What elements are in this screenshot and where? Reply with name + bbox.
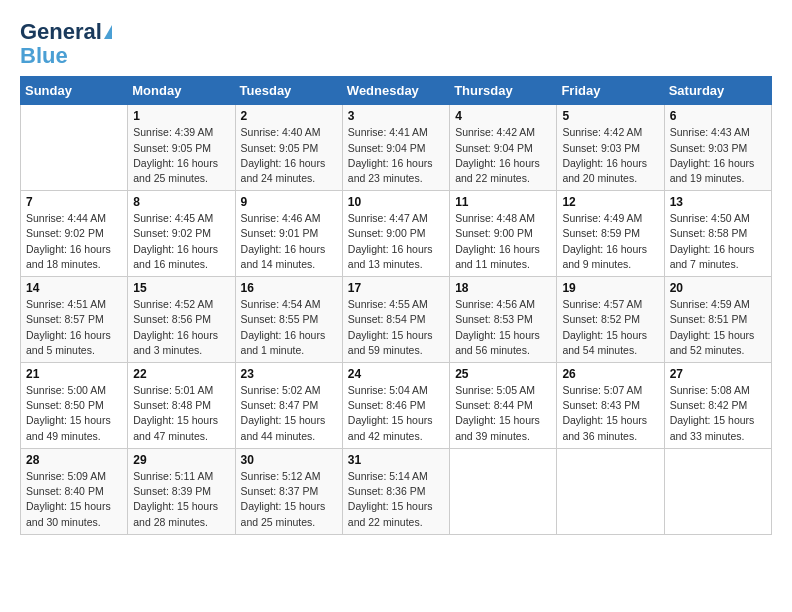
calendar-cell: 4Sunrise: 4:42 AM Sunset: 9:04 PM Daylig…: [450, 105, 557, 191]
calendar-cell: 9Sunrise: 4:46 AM Sunset: 9:01 PM Daylig…: [235, 191, 342, 277]
day-info: Sunrise: 5:05 AM Sunset: 8:44 PM Dayligh…: [455, 383, 551, 444]
calendar-cell: 8Sunrise: 4:45 AM Sunset: 9:02 PM Daylig…: [128, 191, 235, 277]
day-number: 4: [455, 109, 551, 123]
calendar-cell: 19Sunrise: 4:57 AM Sunset: 8:52 PM Dayli…: [557, 277, 664, 363]
day-info: Sunrise: 5:01 AM Sunset: 8:48 PM Dayligh…: [133, 383, 229, 444]
calendar-cell: 23Sunrise: 5:02 AM Sunset: 8:47 PM Dayli…: [235, 363, 342, 449]
day-info: Sunrise: 4:42 AM Sunset: 9:03 PM Dayligh…: [562, 125, 658, 186]
calendar-cell: 29Sunrise: 5:11 AM Sunset: 8:39 PM Dayli…: [128, 448, 235, 534]
header-saturday: Saturday: [664, 77, 771, 105]
calendar-cell: 12Sunrise: 4:49 AM Sunset: 8:59 PM Dayli…: [557, 191, 664, 277]
calendar-cell: 16Sunrise: 4:54 AM Sunset: 8:55 PM Dayli…: [235, 277, 342, 363]
day-info: Sunrise: 5:08 AM Sunset: 8:42 PM Dayligh…: [670, 383, 766, 444]
day-number: 18: [455, 281, 551, 295]
day-info: Sunrise: 4:49 AM Sunset: 8:59 PM Dayligh…: [562, 211, 658, 272]
day-info: Sunrise: 4:54 AM Sunset: 8:55 PM Dayligh…: [241, 297, 337, 358]
day-info: Sunrise: 4:40 AM Sunset: 9:05 PM Dayligh…: [241, 125, 337, 186]
calendar-cell: 30Sunrise: 5:12 AM Sunset: 8:37 PM Dayli…: [235, 448, 342, 534]
calendar-cell: 21Sunrise: 5:00 AM Sunset: 8:50 PM Dayli…: [21, 363, 128, 449]
day-number: 8: [133, 195, 229, 209]
logo-text-general: General: [20, 20, 102, 44]
day-info: Sunrise: 4:48 AM Sunset: 9:00 PM Dayligh…: [455, 211, 551, 272]
day-number: 21: [26, 367, 122, 381]
week-row-2: 7Sunrise: 4:44 AM Sunset: 9:02 PM Daylig…: [21, 191, 772, 277]
day-number: 15: [133, 281, 229, 295]
calendar-cell: 26Sunrise: 5:07 AM Sunset: 8:43 PM Dayli…: [557, 363, 664, 449]
day-number: 5: [562, 109, 658, 123]
calendar-cell: 25Sunrise: 5:05 AM Sunset: 8:44 PM Dayli…: [450, 363, 557, 449]
calendar-cell: [21, 105, 128, 191]
day-info: Sunrise: 5:04 AM Sunset: 8:46 PM Dayligh…: [348, 383, 444, 444]
day-number: 13: [670, 195, 766, 209]
calendar-cell: 15Sunrise: 4:52 AM Sunset: 8:56 PM Dayli…: [128, 277, 235, 363]
header-wednesday: Wednesday: [342, 77, 449, 105]
calendar-cell: 24Sunrise: 5:04 AM Sunset: 8:46 PM Dayli…: [342, 363, 449, 449]
header-sunday: Sunday: [21, 77, 128, 105]
calendar-cell: [557, 448, 664, 534]
day-number: 9: [241, 195, 337, 209]
calendar-cell: 10Sunrise: 4:47 AM Sunset: 9:00 PM Dayli…: [342, 191, 449, 277]
day-number: 24: [348, 367, 444, 381]
day-info: Sunrise: 5:09 AM Sunset: 8:40 PM Dayligh…: [26, 469, 122, 530]
calendar-cell: 28Sunrise: 5:09 AM Sunset: 8:40 PM Dayli…: [21, 448, 128, 534]
calendar-cell: 13Sunrise: 4:50 AM Sunset: 8:58 PM Dayli…: [664, 191, 771, 277]
day-info: Sunrise: 4:39 AM Sunset: 9:05 PM Dayligh…: [133, 125, 229, 186]
day-number: 19: [562, 281, 658, 295]
calendar-cell: 5Sunrise: 4:42 AM Sunset: 9:03 PM Daylig…: [557, 105, 664, 191]
calendar-cell: 14Sunrise: 4:51 AM Sunset: 8:57 PM Dayli…: [21, 277, 128, 363]
day-info: Sunrise: 4:51 AM Sunset: 8:57 PM Dayligh…: [26, 297, 122, 358]
day-info: Sunrise: 4:56 AM Sunset: 8:53 PM Dayligh…: [455, 297, 551, 358]
day-info: Sunrise: 4:44 AM Sunset: 9:02 PM Dayligh…: [26, 211, 122, 272]
logo-text-blue: Blue: [20, 44, 68, 68]
day-number: 10: [348, 195, 444, 209]
calendar-cell: [450, 448, 557, 534]
day-info: Sunrise: 4:59 AM Sunset: 8:51 PM Dayligh…: [670, 297, 766, 358]
week-row-4: 21Sunrise: 5:00 AM Sunset: 8:50 PM Dayli…: [21, 363, 772, 449]
header-thursday: Thursday: [450, 77, 557, 105]
day-number: 29: [133, 453, 229, 467]
day-number: 6: [670, 109, 766, 123]
calendar-cell: 27Sunrise: 5:08 AM Sunset: 8:42 PM Dayli…: [664, 363, 771, 449]
day-info: Sunrise: 4:47 AM Sunset: 9:00 PM Dayligh…: [348, 211, 444, 272]
calendar-cell: 2Sunrise: 4:40 AM Sunset: 9:05 PM Daylig…: [235, 105, 342, 191]
day-number: 2: [241, 109, 337, 123]
day-number: 12: [562, 195, 658, 209]
calendar-cell: 6Sunrise: 4:43 AM Sunset: 9:03 PM Daylig…: [664, 105, 771, 191]
day-info: Sunrise: 4:45 AM Sunset: 9:02 PM Dayligh…: [133, 211, 229, 272]
calendar-cell: 17Sunrise: 4:55 AM Sunset: 8:54 PM Dayli…: [342, 277, 449, 363]
day-number: 22: [133, 367, 229, 381]
day-number: 3: [348, 109, 444, 123]
logo: General Blue: [20, 20, 112, 68]
day-info: Sunrise: 5:11 AM Sunset: 8:39 PM Dayligh…: [133, 469, 229, 530]
page-header: General Blue: [20, 20, 772, 68]
day-info: Sunrise: 4:43 AM Sunset: 9:03 PM Dayligh…: [670, 125, 766, 186]
day-info: Sunrise: 5:07 AM Sunset: 8:43 PM Dayligh…: [562, 383, 658, 444]
calendar-cell: 20Sunrise: 4:59 AM Sunset: 8:51 PM Dayli…: [664, 277, 771, 363]
day-number: 17: [348, 281, 444, 295]
logo-triangle-icon: [104, 25, 112, 39]
calendar-cell: 31Sunrise: 5:14 AM Sunset: 8:36 PM Dayli…: [342, 448, 449, 534]
day-number: 28: [26, 453, 122, 467]
day-info: Sunrise: 5:14 AM Sunset: 8:36 PM Dayligh…: [348, 469, 444, 530]
week-row-1: 1Sunrise: 4:39 AM Sunset: 9:05 PM Daylig…: [21, 105, 772, 191]
day-number: 20: [670, 281, 766, 295]
day-info: Sunrise: 4:41 AM Sunset: 9:04 PM Dayligh…: [348, 125, 444, 186]
day-number: 23: [241, 367, 337, 381]
calendar-header-row: SundayMondayTuesdayWednesdayThursdayFrid…: [21, 77, 772, 105]
day-info: Sunrise: 4:50 AM Sunset: 8:58 PM Dayligh…: [670, 211, 766, 272]
calendar-cell: 18Sunrise: 4:56 AM Sunset: 8:53 PM Dayli…: [450, 277, 557, 363]
calendar-cell: 22Sunrise: 5:01 AM Sunset: 8:48 PM Dayli…: [128, 363, 235, 449]
week-row-3: 14Sunrise: 4:51 AM Sunset: 8:57 PM Dayli…: [21, 277, 772, 363]
day-info: Sunrise: 4:52 AM Sunset: 8:56 PM Dayligh…: [133, 297, 229, 358]
header-friday: Friday: [557, 77, 664, 105]
day-info: Sunrise: 5:02 AM Sunset: 8:47 PM Dayligh…: [241, 383, 337, 444]
day-info: Sunrise: 5:12 AM Sunset: 8:37 PM Dayligh…: [241, 469, 337, 530]
day-number: 11: [455, 195, 551, 209]
header-monday: Monday: [128, 77, 235, 105]
calendar-cell: 1Sunrise: 4:39 AM Sunset: 9:05 PM Daylig…: [128, 105, 235, 191]
day-number: 1: [133, 109, 229, 123]
day-info: Sunrise: 4:55 AM Sunset: 8:54 PM Dayligh…: [348, 297, 444, 358]
day-number: 27: [670, 367, 766, 381]
day-number: 26: [562, 367, 658, 381]
day-number: 16: [241, 281, 337, 295]
